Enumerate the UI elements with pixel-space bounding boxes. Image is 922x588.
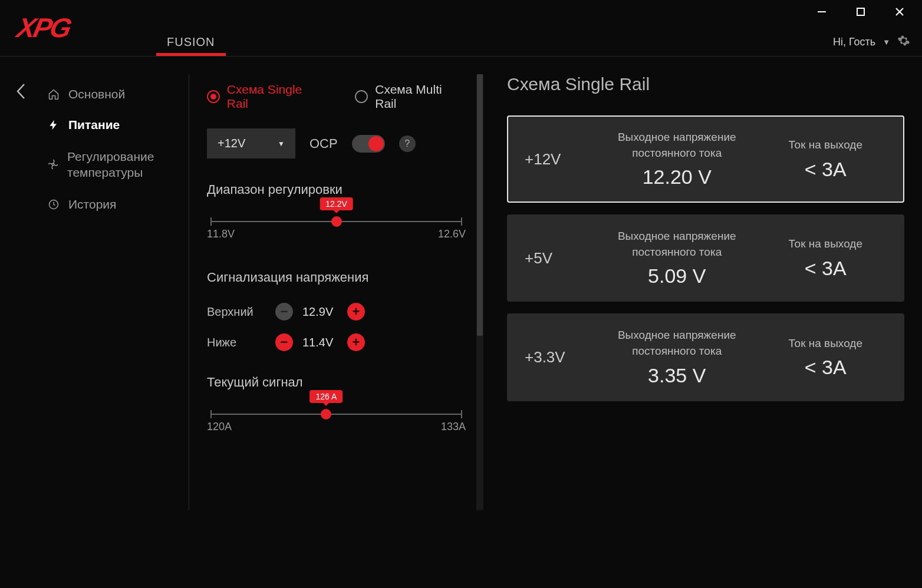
ocp-help-button[interactable]: ? bbox=[399, 136, 416, 152]
user-menu-chevron-icon[interactable]: ▼ bbox=[883, 38, 890, 47]
rail-card-3v3[interactable]: +3.3V Выходное напряжение постоянного то… bbox=[507, 313, 904, 401]
rail-control-row: +12V ▼ OCP ? bbox=[207, 128, 466, 158]
user-greeting: Hi, Гость bbox=[833, 36, 875, 48]
rail-voltage-col: Выходное напряжение постоянного тока 5.0… bbox=[590, 229, 764, 288]
rail-voltage-value: 5.09 V bbox=[590, 265, 764, 288]
section-title: Текущий сигнал bbox=[207, 375, 466, 390]
rail-current-value: < 3A bbox=[764, 356, 887, 379]
svg-point-4 bbox=[52, 164, 54, 166]
slider-tooltip: 12.2V bbox=[320, 197, 353, 210]
settings-gear-icon[interactable] bbox=[897, 34, 910, 50]
slider-min-label: 120A bbox=[207, 421, 232, 433]
settings-panel: Схема Single Rail Схема Multi Rail +12V … bbox=[189, 74, 483, 510]
toggle-knob bbox=[368, 136, 384, 151]
ocp-label: OCP bbox=[309, 136, 338, 151]
adjust-range-section: Диапазон регулировки 12.2V 11.8V 12.6V bbox=[207, 182, 466, 240]
slider-tick bbox=[210, 410, 212, 418]
rail-voltage-col: Выходное напряжение постоянного тока 12.… bbox=[590, 130, 764, 189]
main-content: Основной Питание Регулирование температу… bbox=[0, 57, 922, 588]
slider-handle[interactable] bbox=[321, 409, 331, 419]
rail-current-col: Ток на выходе < 3A bbox=[764, 336, 887, 379]
radio-multi-rail[interactable]: Схема Multi Rail bbox=[355, 82, 466, 111]
rail-voltage-label: Выходное напряжение постоянного тока bbox=[590, 229, 764, 260]
slider-min-label: 11.8V bbox=[207, 228, 235, 240]
alarm-lower-row: Ниже − 11.4V + bbox=[207, 333, 466, 351]
header: XPG FUSION Hi, Гость ▼ bbox=[0, 0, 922, 56]
rail-current-col: Ток на выходе < 3A bbox=[764, 236, 887, 280]
rail-voltage-label: Выходное напряжение постоянного тока bbox=[590, 328, 764, 359]
slider-max-label: 12.6V bbox=[438, 228, 466, 240]
tab-fusion[interactable]: FUSION bbox=[150, 35, 232, 56]
radio-label: Схема Single Rail bbox=[227, 82, 326, 111]
radio-icon bbox=[207, 90, 220, 103]
sidebar-item-label: История bbox=[68, 197, 116, 212]
rail-current-label: Ток на выходе bbox=[764, 236, 887, 252]
readings-title: Схема Single Rail bbox=[507, 74, 904, 94]
ocp-toggle[interactable] bbox=[352, 135, 385, 153]
sidebar-item-power[interactable]: Питание bbox=[41, 110, 189, 140]
alarm-upper-label: Верхний bbox=[207, 305, 266, 319]
sidebar-item-label: Регулирование температуры bbox=[67, 148, 183, 181]
rail-select[interactable]: +12V ▼ bbox=[207, 128, 295, 158]
voltage-alarm-section: Сигнализация напряжения Верхний − 12.9V … bbox=[207, 270, 466, 351]
alarm-upper-row: Верхний − 12.9V + bbox=[207, 303, 466, 321]
section-title: Сигнализация напряжения bbox=[207, 270, 466, 285]
rail-voltage-value: 3.35 V bbox=[590, 364, 764, 387]
rail-voltage-value: 12.20 V bbox=[590, 166, 764, 189]
slider-tooltip: 126 A bbox=[309, 390, 343, 403]
back-button[interactable] bbox=[15, 82, 26, 588]
clock-icon bbox=[47, 198, 60, 211]
rail-current-label: Ток на выходе bbox=[764, 336, 887, 352]
rail-card-5v[interactable]: +5V Выходное напряжение постоянного тока… bbox=[507, 214, 904, 302]
sidebar: Основной Питание Регулирование температу… bbox=[41, 74, 189, 588]
rail-current-col: Ток на выходе < 3A bbox=[764, 137, 887, 181]
main-tabs: FUSION bbox=[150, 0, 232, 56]
slider-handle[interactable] bbox=[331, 216, 342, 227]
rail-current-value: < 3A bbox=[764, 158, 887, 181]
radio-label: Схема Multi Rail bbox=[375, 82, 466, 111]
adjust-range-slider[interactable]: 12.2V bbox=[210, 221, 462, 222]
brand-text: XPG bbox=[14, 12, 73, 44]
rail-voltage-col: Выходное напряжение постоянного тока 3.3… bbox=[590, 328, 764, 387]
alarm-upper-minus-button[interactable]: − bbox=[275, 303, 293, 321]
scrollbar-thumb[interactable] bbox=[477, 74, 483, 336]
rail-name: +5V bbox=[525, 249, 590, 267]
chevron-down-icon: ▼ bbox=[278, 140, 285, 148]
brand-logo: XPG bbox=[18, 12, 115, 44]
section-title: Диапазон регулировки bbox=[207, 182, 466, 197]
user-area: Hi, Гость ▼ bbox=[833, 34, 910, 50]
current-signal-slider[interactable]: 126 A bbox=[210, 414, 462, 415]
slider-tick bbox=[461, 410, 462, 418]
sidebar-item-main[interactable]: Основной bbox=[41, 79, 189, 110]
sidebar-item-thermal[interactable]: Регулирование температуры bbox=[41, 140, 189, 189]
rail-card-12v[interactable]: +12V Выходное напряжение постоянного ток… bbox=[507, 115, 904, 203]
alarm-upper-plus-button[interactable]: + bbox=[347, 303, 365, 321]
back-column bbox=[0, 74, 41, 588]
alarm-upper-value: 12.9V bbox=[302, 305, 338, 319]
radio-icon bbox=[355, 90, 368, 103]
rail-name: +12V bbox=[525, 150, 590, 169]
rail-voltage-label: Выходное напряжение постоянного тока bbox=[590, 130, 764, 161]
alarm-lower-value: 11.4V bbox=[302, 336, 338, 349]
rail-mode-radios: Схема Single Rail Схема Multi Rail bbox=[207, 74, 466, 128]
current-signal-section: Текущий сигнал 126 A 120A 133A bbox=[207, 375, 466, 433]
lightning-icon bbox=[47, 118, 60, 131]
rail-readings-panel: Схема Single Rail +12V Выходное напряжен… bbox=[483, 74, 922, 588]
select-value: +12V bbox=[218, 137, 245, 150]
home-icon bbox=[47, 88, 60, 101]
slider-max-label: 133A bbox=[441, 421, 466, 433]
rail-name: +3.3V bbox=[525, 348, 590, 366]
slider-tick bbox=[210, 217, 212, 226]
sidebar-item-label: Основной bbox=[68, 87, 125, 101]
alarm-lower-minus-button[interactable]: − bbox=[275, 333, 293, 351]
fan-icon bbox=[47, 158, 59, 171]
sidebar-item-history[interactable]: История bbox=[41, 189, 189, 220]
alarm-lower-label: Ниже bbox=[207, 336, 266, 349]
rail-current-label: Ток на выходе bbox=[764, 137, 887, 153]
radio-single-rail[interactable]: Схема Single Rail bbox=[207, 82, 325, 111]
alarm-lower-plus-button[interactable]: + bbox=[347, 333, 365, 351]
panel-scrollbar[interactable] bbox=[476, 74, 483, 510]
slider-tick bbox=[461, 217, 462, 226]
rail-current-value: < 3A bbox=[764, 257, 887, 280]
sidebar-item-label: Питание bbox=[68, 118, 120, 132]
